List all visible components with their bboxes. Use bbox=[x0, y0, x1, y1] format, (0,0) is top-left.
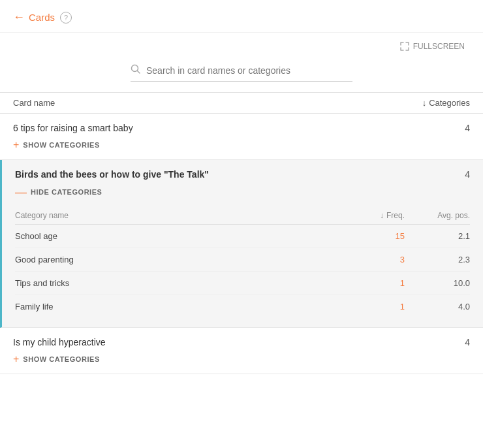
sort-down-icon: ↓ bbox=[422, 98, 427, 108]
cat-avg: 2.1 bbox=[405, 231, 470, 241]
cat-avg: 2.3 bbox=[405, 255, 470, 264]
toggle-label: SHOW CATEGORIES bbox=[23, 355, 99, 363]
freq-sort-icon: ↓ bbox=[380, 211, 384, 220]
category-row: Family life 1 4.0 bbox=[15, 295, 470, 318]
search-input[interactable] bbox=[146, 65, 352, 76]
cat-name: Family life bbox=[15, 302, 339, 312]
category-row: Tips and tricks 1 10.0 bbox=[15, 272, 470, 295]
col-card-name-label: Card name bbox=[13, 98, 55, 108]
table-header: Card name ↓ Categories bbox=[0, 92, 483, 114]
plus-icon: + bbox=[13, 354, 19, 364]
show-categories-button[interactable]: + SHOW CATEGORIES bbox=[13, 354, 100, 364]
page-title: Cards bbox=[29, 12, 55, 23]
card-row: 6 tips for raising a smart baby 4 + SHOW… bbox=[0, 114, 483, 160]
search-container bbox=[0, 57, 483, 92]
card-row-header: Is my child hyperactive 4 bbox=[13, 337, 470, 347]
cat-avg: 10.0 bbox=[405, 278, 470, 288]
cat-freq: 3 bbox=[339, 255, 405, 264]
plus-icon: + bbox=[13, 140, 19, 150]
hide-categories-button[interactable]: — HIDE CATEGORIES bbox=[15, 186, 102, 198]
categories-table: Category name ↓ Freq. Avg. pos. School a… bbox=[15, 207, 470, 318]
search-icon bbox=[131, 64, 141, 77]
card-count: 4 bbox=[457, 337, 470, 347]
show-categories-button[interactable]: + SHOW CATEGORIES bbox=[13, 140, 100, 150]
fullscreen-button[interactable]: FULLSCREEN bbox=[395, 39, 470, 54]
card-name: Is my child hyperactive bbox=[13, 337, 106, 347]
toggle-label: SHOW CATEGORIES bbox=[23, 141, 99, 149]
toggle-label: HIDE CATEGORIES bbox=[31, 188, 102, 196]
cat-freq: 15 bbox=[339, 231, 405, 241]
toolbar: FULLSCREEN bbox=[0, 33, 483, 57]
cat-avg: 4.0 bbox=[405, 302, 470, 312]
card-count: 4 bbox=[457, 169, 470, 180]
cards-list: 6 tips for raising a smart baby 4 + SHOW… bbox=[0, 114, 483, 374]
cat-freq: 1 bbox=[339, 278, 405, 288]
cat-freq: 1 bbox=[339, 302, 405, 312]
card-name: 6 tips for raising a smart baby bbox=[13, 123, 133, 133]
category-row: School age 15 2.1 bbox=[15, 225, 470, 248]
minus-icon: — bbox=[15, 186, 27, 198]
card-name: Birds and the bees or how to give "The T… bbox=[15, 169, 209, 180]
cat-name: Tips and tricks bbox=[15, 278, 339, 288]
cat-name: Good parenting bbox=[15, 255, 339, 264]
cat-name: School age bbox=[15, 231, 339, 241]
card-row-expanded: Birds and the bees or how to give "The T… bbox=[0, 160, 483, 328]
cat-col-avg-label: Avg. pos. bbox=[405, 211, 470, 220]
fullscreen-icon bbox=[400, 42, 409, 51]
cat-col-name-label: Category name bbox=[15, 211, 339, 220]
back-arrow-icon: ← bbox=[13, 10, 25, 24]
back-button[interactable]: ← Cards bbox=[13, 10, 55, 24]
card-row-header: Birds and the bees or how to give "The T… bbox=[15, 169, 470, 180]
page-header: ← Cards ? bbox=[0, 0, 483, 33]
card-row: Is my child hyperactive 4 + SHOW CATEGOR… bbox=[0, 328, 483, 374]
cat-col-freq-label: ↓ Freq. bbox=[339, 211, 405, 220]
card-row-header: 6 tips for raising a smart baby 4 bbox=[13, 123, 470, 133]
card-count: 4 bbox=[457, 123, 470, 133]
category-row: Good parenting 3 2.3 bbox=[15, 248, 470, 272]
col-categories-label[interactable]: ↓ Categories bbox=[422, 98, 470, 108]
help-icon[interactable]: ? bbox=[60, 12, 72, 24]
fullscreen-label: FULLSCREEN bbox=[413, 42, 465, 51]
categories-header: Category name ↓ Freq. Avg. pos. bbox=[15, 207, 470, 225]
search-wrapper bbox=[131, 64, 352, 82]
